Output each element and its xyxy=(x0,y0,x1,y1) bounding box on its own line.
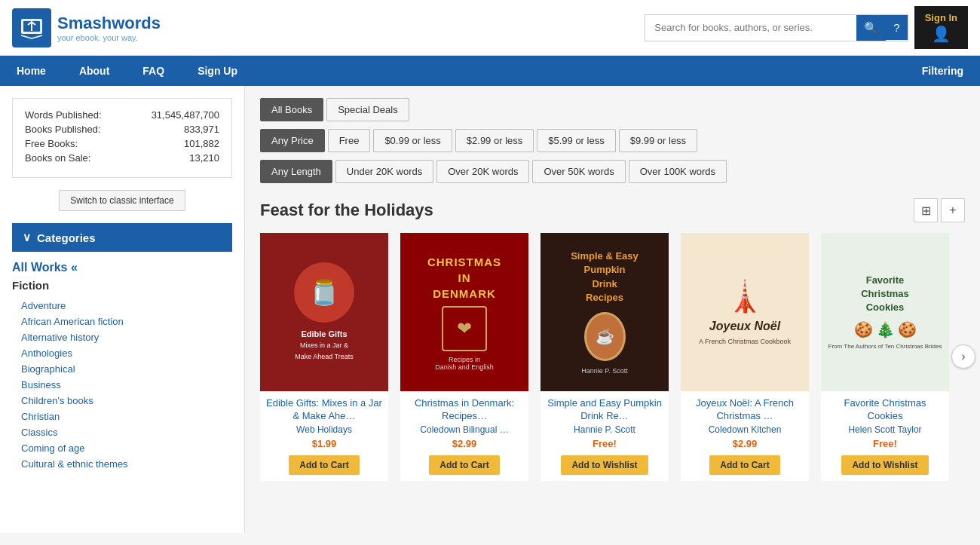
stat-words-label: Words Published: xyxy=(25,109,102,121)
book-cover-1: 🫙 Edible GiftsMixes in a Jar &Make Ahead… xyxy=(260,233,388,391)
tab-special-deals[interactable]: Special Deals xyxy=(326,98,409,121)
book-cover-3: Simple & EasyPumpkinDrinkRecipes ☕ Hanni… xyxy=(541,233,669,391)
length-over-100k[interactable]: Over 100K words xyxy=(629,160,727,183)
header-right: 🔍 ? Sign In 👤 xyxy=(645,6,968,49)
nav-faq[interactable]: FAQ xyxy=(126,56,181,86)
all-works-link[interactable]: All Works « xyxy=(12,261,232,274)
stats-box: Words Published: 31,545,487,700 Books Pu… xyxy=(12,98,232,178)
nav-about[interactable]: About xyxy=(63,56,126,86)
section-header: Feast for the Holidays ⊞ + xyxy=(260,198,965,222)
books-wrapper: 🫙 Edible GiftsMixes in a Jar &Make Ahead… xyxy=(260,233,965,481)
help-button[interactable]: ? xyxy=(886,15,907,40)
price-filter-row: Any Price Free $0.99 or less $2.99 or le… xyxy=(260,129,965,152)
stat-free: Free Books: 101,882 xyxy=(25,138,219,149)
view-controls: ⊞ + xyxy=(914,198,965,222)
price-free[interactable]: Free xyxy=(328,129,371,152)
book-btn-2[interactable]: Add to Cart xyxy=(429,455,499,475)
brand-name: Smashwords xyxy=(57,14,161,33)
nav-home[interactable]: Home xyxy=(0,56,63,86)
price-999[interactable]: $9.99 or less xyxy=(619,129,697,152)
stat-free-value: 101,882 xyxy=(184,138,219,149)
category-list: Adventure African American fiction Alter… xyxy=(12,298,232,472)
book-title-3[interactable]: Simple and Easy Pumpkin Drink Re… xyxy=(545,397,664,423)
category-childrens[interactable]: Children's books xyxy=(21,393,232,409)
book-cover-4: 🗼 Joyeux Noël A French Christmas Cookboo… xyxy=(681,233,809,391)
length-under-20k[interactable]: Under 20K words xyxy=(335,160,433,183)
cover-sub-4: A French Christmas Cookbook xyxy=(699,338,791,345)
user-icon: 👤 xyxy=(932,25,951,43)
cover-text-4: Joyeux Noël xyxy=(709,319,780,335)
category-alt-history[interactable]: Alternative history xyxy=(21,329,232,345)
logo-text: Smashwords your ebook. your way. xyxy=(57,14,161,42)
switch-interface-button[interactable]: Switch to classic interface xyxy=(59,190,185,211)
book-btn-4[interactable]: Add to Cart xyxy=(709,455,779,475)
category-christian[interactable]: Christian xyxy=(21,409,232,424)
category-adventure[interactable]: Adventure xyxy=(21,298,232,314)
section-title: Feast for the Holidays xyxy=(260,201,433,220)
book-author-2[interactable]: Coledown Bilingual … xyxy=(405,424,524,435)
category-african-american[interactable]: African American fiction xyxy=(21,314,232,329)
price-any[interactable]: Any Price xyxy=(260,129,325,152)
books-grid: 🫙 Edible GiftsMixes in a Jar &Make Ahead… xyxy=(260,233,965,481)
tab-all-books[interactable]: All Books xyxy=(260,98,323,121)
logo-area: Smashwords your ebook. your way. xyxy=(12,8,161,47)
price-099[interactable]: $0.99 or less xyxy=(373,129,452,152)
book-btn-3[interactable]: Add to Wishlist xyxy=(561,455,648,475)
cover-text-1: Edible GiftsMixes in a Jar &Make Ahead T… xyxy=(295,329,354,362)
categories-title: Categories xyxy=(37,231,96,244)
price-299[interactable]: $2.99 or less xyxy=(455,129,534,152)
add-view-button[interactable]: + xyxy=(941,198,965,222)
book-price-3: Free! xyxy=(541,438,669,449)
length-over-20k[interactable]: Over 20K words xyxy=(436,160,529,183)
book-author-5[interactable]: Helen Scott Taylor xyxy=(825,424,945,435)
sidebar: Words Published: 31,545,487,700 Books Pu… xyxy=(0,86,245,533)
category-classics[interactable]: Classics xyxy=(21,424,232,440)
next-button[interactable]: › xyxy=(951,344,975,369)
price-599[interactable]: $5.99 or less xyxy=(537,129,615,152)
header: Smashwords your ebook. your way. 🔍 ? Sig… xyxy=(0,0,980,56)
tab-filter-row: All Books Special Deals xyxy=(260,98,965,121)
book-title-2[interactable]: Christmas in Denmark: Recipes… xyxy=(405,397,524,423)
book-title-1[interactable]: Edible Gifts: Mixes in a Jar & Make Ahe… xyxy=(265,397,384,423)
book-card: Simple & EasyPumpkinDrinkRecipes ☕ Hanni… xyxy=(541,233,669,481)
stat-books-label: Books Published: xyxy=(25,124,100,135)
cover-sub-2: Recipes inDanish and English xyxy=(435,356,494,371)
book-card: 🗼 Joyeux Noël A French Christmas Cookboo… xyxy=(681,233,809,481)
book-price-5: Free! xyxy=(821,438,949,449)
stat-sale: Books on Sale: 13,210 xyxy=(25,152,219,164)
category-coming-of-age[interactable]: Coming of age xyxy=(21,440,232,456)
book-btn-5[interactable]: Add to Wishlist xyxy=(841,455,928,475)
book-btn-1[interactable]: Add to Cart xyxy=(289,455,359,475)
book-title-5[interactable]: Favorite Christmas Cookies xyxy=(825,397,945,423)
categories-header: ∨ Categories xyxy=(12,223,232,252)
book-author-3[interactable]: Hannie P. Scott xyxy=(545,424,664,435)
search-input[interactable] xyxy=(645,16,856,39)
book-cover-2: CHRISTMASINDENMARK ❤ Recipes inDanish an… xyxy=(400,233,528,391)
signin-button[interactable]: Sign In 👤 xyxy=(914,6,968,49)
category-business[interactable]: Business xyxy=(21,377,232,393)
stat-books: Books Published: 833,971 xyxy=(25,124,219,135)
book-title-4[interactable]: Joyeux Noël: A French Christmas … xyxy=(685,397,804,423)
cover-authors-5: From The Authors of Ten Christmas Brides xyxy=(828,343,942,351)
nav-filtering[interactable]: Filtering xyxy=(905,56,980,86)
book-author-4[interactable]: Coledown Kitchen xyxy=(685,424,804,435)
length-filter-row: Any Length Under 20K words Over 20K word… xyxy=(260,160,965,183)
stat-books-value: 833,971 xyxy=(184,124,219,135)
cover-text-5: FavoriteChristmasCookies xyxy=(861,274,909,315)
nav-signup[interactable]: Sign Up xyxy=(181,56,254,86)
logo-tagline: your ebook. your way. xyxy=(57,33,161,42)
length-over-50k[interactable]: Over 50K words xyxy=(532,160,625,183)
length-any[interactable]: Any Length xyxy=(260,160,332,183)
cover-text-3: Simple & EasyPumpkinDrinkRecipes xyxy=(571,250,639,305)
cover-text-2: CHRISTMASINDENMARK xyxy=(427,254,501,302)
stat-words: Words Published: 31,545,487,700 xyxy=(25,109,219,121)
grid-view-button[interactable]: ⊞ xyxy=(914,198,938,222)
category-cultural[interactable]: Cultural & ethnic themes xyxy=(21,456,232,472)
collapse-icon[interactable]: ∨ xyxy=(23,231,31,244)
book-author-1[interactable]: Web Holidays xyxy=(265,424,384,435)
book-price-4: $2.99 xyxy=(681,438,809,449)
category-anthologies[interactable]: Anthologies xyxy=(21,345,232,361)
signin-label: Sign In xyxy=(925,12,957,23)
category-biographical[interactable]: Biographical xyxy=(21,361,232,377)
search-button[interactable]: 🔍 xyxy=(856,15,886,41)
